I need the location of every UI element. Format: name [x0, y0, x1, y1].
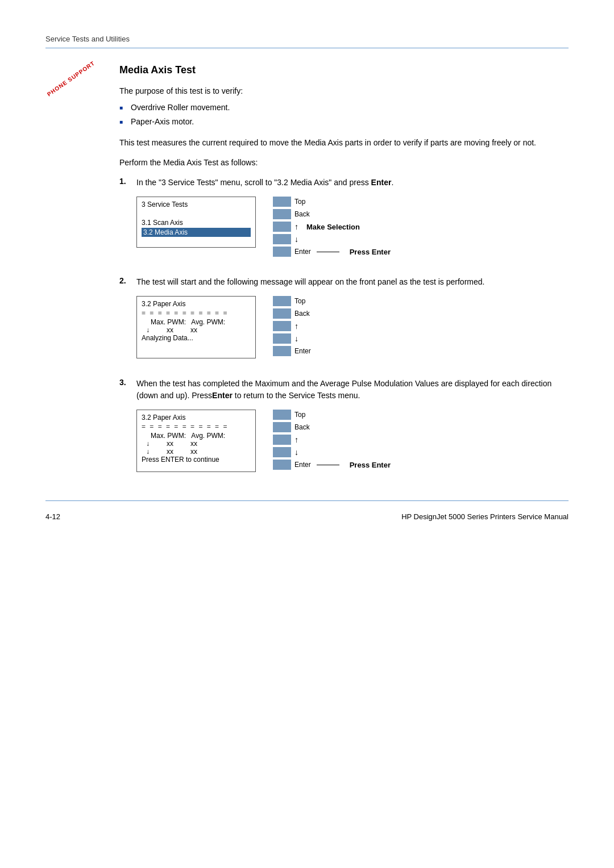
panel-1-title: 3 Service Tests	[142, 201, 251, 208]
panel-3-title: 3.2 Paper Axis	[142, 414, 251, 422]
btn3-up	[273, 435, 291, 445]
panel-3-row1: Max. PWM: Avg. PWM:	[142, 432, 251, 440]
step-2: 2. The test will start and the following…	[119, 276, 569, 364]
button-panel-3: Top Back ↑	[273, 410, 391, 470]
make-selection-label: Make Selection	[306, 223, 360, 231]
steps-container: 1. In the "3 Service Tests" menu, scroll…	[119, 177, 569, 478]
enter-line-connector	[317, 252, 339, 252]
step-1: 1. In the "3 Service Tests" menu, scroll…	[119, 177, 569, 262]
panel-3-row4: Press ENTER to continue	[142, 456, 251, 464]
diagram-1-row: 3 Service Tests 3.1 Scan Axis 3.2 Media …	[136, 197, 569, 257]
button-panel-1: Top Back ↑ Make Selection	[273, 197, 391, 257]
step-1-text-suffix: .	[391, 178, 393, 187]
step-3-text-after: to return to the Service Tests menu.	[233, 391, 360, 400]
bottom-divider	[45, 500, 569, 501]
btn2-down-arrow-icon: ↓	[294, 334, 298, 343]
panel-2-row2: ↓ xx xx	[142, 326, 251, 334]
btn3-row-down: ↓	[273, 447, 391, 457]
step-3-num: 3.	[119, 378, 133, 387]
btn3-row-top: Top	[273, 410, 391, 420]
btn3-row-back: Back	[273, 422, 391, 432]
btn-back	[273, 209, 291, 219]
down-arrow-icon: ↓	[294, 235, 298, 244]
btn-back-label: Back	[294, 210, 310, 218]
btn2-up	[273, 321, 291, 331]
btn-up	[273, 222, 291, 232]
panel-2-arrow: ↓	[146, 326, 150, 334]
step-1-text: In the "3 Service Tests" menu, scroll to…	[136, 177, 569, 189]
panel-2-title: 3.2 Paper Axis	[142, 300, 251, 308]
step-2-content: The test will start and the following me…	[136, 276, 569, 364]
panel-2-val2: xx	[190, 326, 197, 334]
panel-3-val1b: xx	[190, 440, 197, 448]
btn-row-up: ↑ Make Selection	[273, 222, 391, 232]
bullet-list: Overdrive Roller movement. Paper-Axis mo…	[119, 102, 569, 128]
btn2-row-back: Back	[273, 308, 311, 319]
bullet-item-2: Paper-Axis motor.	[119, 116, 569, 128]
panel-3-row3: ↓ xx xx	[142, 448, 251, 456]
btn2-down	[273, 333, 291, 344]
lcd-panel-1: 3 Service Tests 3.1 Scan Axis 3.2 Media …	[136, 197, 256, 248]
panel-3-arrow2: ↓	[146, 448, 150, 456]
btn-row-back: Back	[273, 209, 391, 219]
lcd-panel-2: 3.2 Paper Axis = = = = = = = = = = = Max…	[136, 296, 256, 358]
btn-down	[273, 234, 291, 244]
btn2-back-label: Back	[294, 310, 310, 318]
btn2-top	[273, 296, 291, 306]
btn3-down-arrow-icon: ↓	[294, 448, 298, 457]
content-area: PHONE SUPPORT Media Axis Test The purpos…	[45, 64, 569, 478]
enter3-line-connector	[317, 465, 339, 465]
panel-1-row-1: 3.1 Scan Axis	[142, 219, 251, 227]
btn3-row-enter: Enter Press Enter	[273, 460, 391, 470]
panel-3-arrow1: ↓	[146, 440, 150, 448]
step-3-content: When the test has completed the Maximum …	[136, 378, 569, 478]
dashes-2: = = = = = = = = = = =	[142, 309, 251, 317]
btn3-top	[273, 410, 291, 420]
btn2-top-label: Top	[294, 297, 305, 305]
bullet-item-1: Overdrive Roller movement.	[119, 102, 569, 114]
panel-3-val2b: xx	[190, 448, 197, 456]
btn3-up-arrow-icon: ↑	[294, 435, 298, 444]
panel-1-row-2: 3.2 Media Axis	[142, 228, 251, 237]
btn-row-down: ↓	[273, 234, 391, 244]
purpose-text: The purpose of this test is to verify:	[119, 85, 569, 97]
step-1-num: 1.	[119, 177, 133, 186]
btn-row-enter: Enter Press Enter	[273, 247, 391, 257]
step-2-num: 2.	[119, 276, 133, 285]
step-3: 3. When the test has completed the Maxim…	[119, 378, 569, 478]
panel-2-val1: xx	[167, 326, 173, 334]
footer-title: HP DesignJet 5000 Series Printers Servic…	[401, 512, 569, 521]
top-divider	[45, 48, 569, 48]
press-enter-label-3: Press Enter	[350, 461, 391, 469]
perform-text: Perform the Media Axis Test as follows:	[119, 157, 569, 169]
step-1-content: In the "3 Service Tests" menu, scroll to…	[136, 177, 569, 262]
panel-2-row3: Analyzing Data...	[142, 334, 251, 342]
btn2-back	[273, 308, 291, 319]
breadcrumb: Service Tests and Utilities	[45, 35, 130, 43]
diagram-3-row: 3.2 Paper Axis = = = = = = = = = = = Max…	[136, 410, 569, 472]
description-text: This test measures the current required …	[119, 137, 569, 149]
diagram-2-row: 3.2 Paper Axis = = = = = = = = = = = Max…	[136, 296, 569, 358]
btn3-back	[273, 422, 291, 432]
lcd-panel-3: 3.2 Paper Axis = = = = = = = = = = = Max…	[136, 410, 256, 472]
footer-section: 4-12 HP DesignJet 5000 Series Printers S…	[45, 512, 569, 521]
btn3-enter	[273, 460, 291, 470]
page-title: Media Axis Test	[119, 64, 569, 76]
btn-top-label: Top	[294, 198, 305, 206]
button-panel-2: Top Back ↑	[273, 296, 311, 356]
header-section: Service Tests and Utilities	[45, 34, 569, 48]
up-arrow-icon: ↑	[294, 222, 298, 231]
btn2-row-up: ↑	[273, 321, 311, 331]
page-number: 4-12	[45, 512, 60, 521]
step-1-text-main: In the "3 Service Tests" menu, scroll to…	[136, 178, 371, 187]
btn2-row-enter: Enter	[273, 346, 311, 356]
step-2-text: The test will start and the following me…	[136, 276, 569, 288]
phone-support-label: PHONE SUPPORT	[46, 60, 96, 97]
btn3-enter-label: Enter	[294, 461, 311, 469]
btn2-enter-label: Enter	[294, 347, 311, 355]
step-1-text-bold: Enter	[371, 178, 392, 187]
btn3-down	[273, 447, 291, 457]
dashes-3: = = = = = = = = = = =	[142, 423, 251, 431]
btn2-row-top: Top	[273, 296, 311, 306]
btn2-row-down: ↓	[273, 333, 311, 344]
